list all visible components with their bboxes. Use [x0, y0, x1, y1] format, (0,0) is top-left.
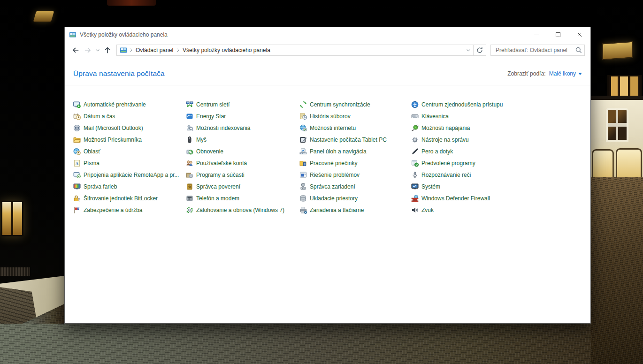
control-panel-item[interactable]: Zvuk — [411, 204, 503, 216]
power-options-icon — [411, 124, 419, 132]
item-label: Správa farieb — [84, 183, 117, 190]
address-bar[interactable]: Ovládací panel Všetky položky ovládacieh… — [116, 45, 474, 56]
address-control-panel-icon — [120, 46, 127, 54]
view-by: Zobraziť podľa: Malé ikony — [507, 70, 582, 77]
control-panel-item[interactable]: Mail (Microsoft Outlook) — [73, 122, 186, 134]
control-panel-item[interactable]: Používateľské kontá — [186, 157, 299, 169]
control-panel-item[interactable]: Možnosti Prieskumníka — [73, 134, 186, 145]
item-label: Zariadenia a tlačiarne — [310, 207, 364, 213]
control-panel-item[interactable]: Automatické prehrávanie — [73, 99, 186, 110]
control-panel-item[interactable]: Pripojenia aplikácie RemoteApp a pr... — [73, 169, 186, 181]
item-label: Možnosti internetu — [310, 125, 356, 131]
item-label: Dátum a čas — [84, 113, 115, 120]
search-input[interactable] — [495, 46, 575, 54]
item-label: Centrum synchronizácie — [310, 101, 370, 108]
address-dropdown-icon[interactable] — [466, 47, 471, 53]
control-panel-item[interactable]: Správa farieb — [73, 181, 186, 192]
control-panel-item[interactable]: Správca poverení — [186, 181, 299, 192]
user-accounts-icon — [186, 159, 193, 167]
remoteapp-icon — [73, 171, 81, 179]
recent-pages-button[interactable] — [94, 44, 101, 56]
control-panel-item[interactable]: Programy a súčasti — [186, 169, 299, 181]
svg-text:A: A — [76, 161, 79, 166]
background-pavement-right — [591, 177, 643, 364]
control-panel-item[interactable]: Možnosti indexovania — [186, 122, 299, 134]
security-maintenance-icon — [73, 206, 81, 214]
up-button[interactable] — [101, 44, 114, 56]
item-label: Telefón a modem — [196, 195, 239, 202]
item-label: Panel úloh a navigácia — [310, 148, 367, 155]
control-panel-item[interactable]: Panel úloh a navigácia — [299, 145, 411, 157]
control-panel-item[interactable]: APísma — [73, 157, 186, 169]
forward-button[interactable] — [82, 44, 94, 56]
background-roof-detail — [107, 0, 156, 6]
control-panel-item[interactable]: Telefón a modem — [186, 192, 299, 204]
view-by-dropdown[interactable]: Malé ikony — [549, 70, 576, 77]
control-panel-item[interactable]: Správca zariadení — [299, 181, 411, 192]
control-panel-item[interactable]: História súborov — [299, 110, 411, 122]
control-panel-item[interactable]: Zálohovanie a obnova (Windows 7) — [186, 204, 299, 216]
items-column: Automatické prehrávanieDátum a časMail (… — [73, 99, 186, 216]
items-column: Centrum zjednodušenia prístupuKlávesnica… — [411, 99, 503, 216]
breadcrumb-control-panel[interactable]: Ovládací panel — [135, 47, 174, 53]
background-lit-window-left — [1, 201, 23, 236]
network-center-icon — [186, 101, 193, 108]
control-panel-item[interactable]: Pero a dotyk — [411, 145, 503, 157]
search-magnifier-icon[interactable] — [575, 46, 582, 54]
maximize-button[interactable] — [547, 27, 569, 42]
control-panel-item[interactable]: Pracovné priečinky — [299, 157, 411, 169]
minimize-icon — [533, 31, 540, 38]
items-grid: Automatické prehrávanieDátum a časMail (… — [73, 99, 582, 216]
fonts-icon: A — [73, 159, 81, 167]
control-panel-item[interactable]: Centrum sietí — [186, 99, 299, 110]
background-upper-window-right — [606, 108, 628, 142]
default-programs-icon — [411, 159, 419, 167]
control-panel-item[interactable]: Šifrovanie jednotiek BitLocker — [73, 192, 186, 204]
energy-star-icon — [186, 113, 193, 120]
control-panel-item[interactable]: Predvolené programy — [411, 157, 503, 169]
windows-defender-firewall-icon — [411, 195, 419, 202]
item-label: Oblasť — [84, 148, 100, 155]
item-label: Klávesnica — [421, 113, 449, 120]
control-panel-item[interactable]: Zabezpečenie a údržba — [73, 204, 186, 216]
backup-restore-icon — [186, 206, 193, 214]
control-panel-item[interactable]: Centrum synchronizácie — [299, 99, 411, 110]
item-label: Ukladacie priestory — [310, 195, 358, 202]
control-panel-item[interactable]: Zariadenia a tlačiarne — [299, 204, 411, 216]
control-panel-item[interactable]: Možnosti internetu — [299, 122, 411, 134]
back-button[interactable] — [69, 44, 82, 56]
item-label: Zvuk — [421, 207, 434, 213]
item-label: Možnosti napájania — [421, 125, 470, 131]
control-panel-item[interactable]: Energy Star — [186, 110, 299, 122]
control-panel-item[interactable]: Nástroje na správu — [411, 134, 503, 145]
item-label: Pracovné priečinky — [310, 160, 357, 167]
autoplay-icon — [73, 101, 81, 108]
window-title: Všetky položky ovládacieho panela — [80, 31, 168, 38]
close-button[interactable] — [569, 27, 590, 42]
control-panel-item[interactable]: Windows Defender Firewall — [411, 192, 503, 204]
control-panel-item[interactable]: Klávesnica — [411, 110, 503, 122]
control-panel-item[interactable]: Myš — [186, 134, 299, 145]
control-panel-item[interactable]: Oblasť — [73, 145, 186, 157]
credential-manager-icon — [186, 183, 193, 190]
control-panel-item[interactable]: Možnosti napájania — [411, 122, 503, 134]
breadcrumb-all-items[interactable]: Všetky položky ovládacieho panela — [182, 47, 271, 53]
control-panel-item[interactable]: Ukladacie priestory — [299, 192, 411, 204]
item-label: Zabezpečenie a údržba — [84, 207, 142, 213]
phone-modem-icon — [186, 195, 193, 202]
search-box — [490, 45, 585, 56]
refresh-button[interactable] — [474, 45, 486, 56]
control-panel-item[interactable]: Systém — [411, 181, 503, 192]
minimize-button[interactable] — [526, 27, 547, 42]
control-panel-item[interactable]: Rozpoznávanie reči — [411, 169, 503, 181]
programs-features-icon — [186, 171, 193, 179]
up-arrow-icon — [103, 46, 112, 54]
control-panel-item[interactable]: Obnovenie — [186, 145, 299, 157]
background-lit-roof-right — [602, 41, 633, 61]
view-by-caret-icon[interactable] — [578, 73, 582, 75]
control-panel-item[interactable]: Nastavenie počítača Tablet PC — [299, 134, 411, 145]
control-panel-item[interactable]: Centrum zjednodušenia prístupu — [411, 99, 503, 110]
forward-arrow-icon — [84, 46, 92, 54]
control-panel-item[interactable]: Riešenie problémov — [299, 169, 411, 181]
control-panel-item[interactable]: Dátum a čas — [73, 110, 186, 122]
